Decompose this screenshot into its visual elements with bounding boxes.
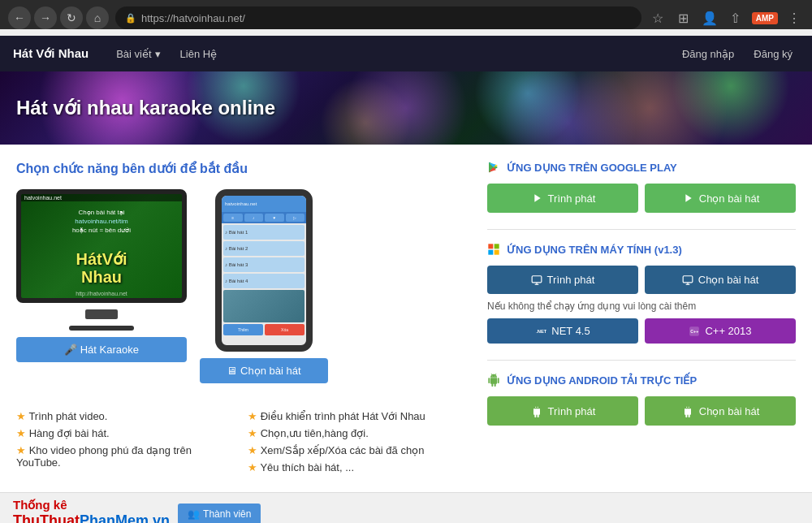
- profile-icon[interactable]: 👤: [700, 8, 719, 28]
- monitor-icon: [531, 274, 542, 286]
- nav-bai-viet[interactable]: Bài viết ▾: [108, 43, 168, 65]
- phone-row-3: ♪ Bài hát 3: [223, 257, 304, 272]
- lien-he-label: Liên Hệ: [180, 48, 218, 60]
- phan-text: Phan: [80, 512, 115, 523]
- play-btn-icon: [530, 192, 543, 205]
- windows-title-row: ỨNG DỤNG TRÊN MÁY TÍNH (v1.3): [487, 243, 796, 256]
- phone-screen: hatvoinhau.net ≡ ♪ ♥ ▷ ♪ Bài hát 1 ♪ Bài: [215, 189, 313, 352]
- tv-title-line2: Nhau: [21, 268, 182, 286]
- google-play-buttons: Trình phát Chọn bài hát: [487, 184, 796, 213]
- cpp-install-button[interactable]: C++ C++ 2013: [645, 318, 796, 344]
- tv-base: [69, 326, 134, 331]
- mem-text: Mem: [115, 512, 149, 523]
- feature-right-4: Yêu thích bài hát, ...: [248, 459, 463, 476]
- phone-nav-3: ♥: [265, 214, 284, 222]
- amp-badge: AMP: [752, 12, 778, 24]
- svg-point-14: [537, 407, 538, 408]
- thu-text: Thu: [13, 512, 40, 523]
- phone-row-4: ♪ Bài hát 4: [223, 274, 304, 288]
- brand-watermark: Thống kê ThuThuatPhanMem.vn: [13, 498, 170, 523]
- phone-top-bar: hatvoinhau.net: [222, 196, 306, 212]
- login-button[interactable]: Đăng nhập: [676, 45, 741, 63]
- phone-nav-1: ≡: [223, 214, 243, 222]
- refresh-button[interactable]: ↻: [60, 6, 83, 29]
- nav-lien-he[interactable]: Liên Hệ: [172, 43, 226, 65]
- google-play-trinh-phat-button[interactable]: Trình phát: [487, 184, 638, 213]
- android-label: ỨNG DỤNG ANDROID TẢI TRỰC TIẾP: [507, 374, 697, 387]
- site-nav-links: Bài viết ▾ Liên Hệ: [108, 43, 676, 65]
- forward-button[interactable]: →: [34, 6, 57, 29]
- phone-content: ♪ Bài hát 1 ♪ Bài hát 2 ♪ Bài hát 3 ♪ Bà…: [222, 223, 306, 339]
- tv-title-overlay: HátVới Nhau: [21, 250, 182, 286]
- thuat-text: Thuat: [40, 512, 80, 523]
- divider-1: [487, 229, 796, 230]
- feature-right-1: Điều khiển trình phát Hát Với Nhau: [248, 408, 463, 425]
- svg-rect-2: [488, 250, 493, 255]
- google-play-chon-bai-button[interactable]: Chọn bài hát: [645, 184, 796, 213]
- feature-left-3: Kho video phong phú đa dạng trên YouTube…: [16, 442, 231, 471]
- chon-bai-hat-phone-button[interactable]: 🖥 Chọn bài hát: [200, 358, 328, 383]
- share-icon[interactable]: ⇧: [726, 8, 745, 28]
- home-button[interactable]: ⌂: [86, 6, 109, 29]
- site-nav-right: Đăng nhập Đăng ký: [676, 45, 799, 63]
- tv-text1: Chọn bài hát tại: [24, 209, 179, 216]
- features-list-right: Điều khiển trình phát Hát Với Nhau Chọn,…: [248, 408, 463, 476]
- features-col-right: Điều khiển trình phát Hát Với Nhau Chọn,…: [248, 400, 463, 476]
- divider-2: [487, 360, 796, 361]
- android-section: ỨNG DỤNG ANDROID TẢI TRỰC TIẾP Trình phá…: [487, 374, 796, 426]
- hat-karaoke-button[interactable]: 🎤 Hát Karaoke: [16, 337, 187, 362]
- menu-icon[interactable]: ⋮: [784, 8, 804, 28]
- tv-stand: [85, 309, 118, 319]
- thanh-vien-button[interactable]: 👥 Thành viên: [178, 504, 261, 523]
- main-content: Chọn chức năng bên dưới để bắt đầu hatvo…: [0, 145, 812, 492]
- phone-btn-2: Xóa: [265, 324, 304, 335]
- svg-rect-4: [532, 275, 542, 282]
- android-title-row: ỨNG DỤNG ANDROID TẢI TRỰC TIẾP: [487, 374, 796, 387]
- bookmark-icon[interactable]: ☆: [648, 8, 667, 28]
- phone-item-3: ♪ Bài hát 3: [223, 257, 304, 272]
- nav-buttons: ← → ↻ ⌂: [8, 6, 109, 29]
- svg-text:.NET: .NET: [536, 329, 546, 334]
- left-section: Chọn chức năng bên dưới để bắt đầu hatvo…: [16, 161, 463, 476]
- windows-buttons: Trình phát Chọn bài hát: [487, 266, 796, 294]
- android-buttons: Trình phát Chọn bài hát: [487, 396, 796, 426]
- windows-chon-bai-button[interactable]: Chọn bài hát: [645, 266, 796, 294]
- android-btn-icon-1: [530, 404, 543, 417]
- user-group-icon: 👥: [188, 508, 200, 520]
- windows-trinh-phat-button[interactable]: Trình phát: [487, 266, 638, 294]
- android-trinh-phat-button[interactable]: Trình phát: [487, 396, 638, 426]
- address-bar[interactable]: 🔒 https://hatvoinhau.net/: [115, 6, 641, 29]
- android-chon-bai-button[interactable]: Chọn bài hát: [645, 396, 796, 426]
- extensions-icon[interactable]: ⊞: [674, 8, 693, 28]
- phone-item-2: ♪ Bài hát 2: [223, 241, 304, 256]
- phone-thumbnail: [223, 290, 304, 322]
- net-install-button[interactable]: .NET NET 4.5: [487, 318, 638, 344]
- svg-rect-3: [495, 250, 499, 255]
- windows-icon: [487, 243, 500, 256]
- google-play-title-row: ỨNG DỤNG TRÊN GOOGLE PLAY: [487, 161, 796, 174]
- site-nav: Hát Với Nhau Bài viết ▾ Liên Hệ Đăng nhậ…: [0, 36, 812, 71]
- site-brand[interactable]: Hát Với Nhau: [13, 46, 89, 61]
- tv-title-line1: HátVới: [21, 250, 182, 268]
- tv-screen: hatvoinhau.net Chọn bài hát tại hatvoinh…: [16, 189, 187, 303]
- tv-top-url: hatvoinhau.net: [21, 194, 182, 201]
- back-button[interactable]: ←: [8, 6, 31, 29]
- url-text: https://hatvoinhau.net/: [141, 12, 245, 24]
- tv-container: hatvoinhau.net Chọn bài hát tại hatvoinh…: [16, 189, 187, 383]
- svg-point-16: [688, 407, 689, 408]
- phone-nav-2: ♪: [244, 214, 264, 222]
- hero-title: Hát với nhau karaoke online: [16, 97, 275, 119]
- register-button[interactable]: Đăng ký: [747, 45, 799, 63]
- net-icon: .NET: [535, 326, 546, 337]
- feature-right-3: Xem/Sắp xếp/Xóa các bài đã chọn: [248, 442, 463, 459]
- phone-nav-bar: ≡ ♪ ♥ ▷: [222, 212, 306, 223]
- android-icon: [487, 374, 500, 387]
- phone-btn-1: Thêm: [223, 324, 263, 335]
- phone-nav-4: ▷: [286, 214, 305, 222]
- svg-rect-1: [495, 244, 499, 249]
- features-list-left: Trình phát video. Hàng đợi bài hát. Kho …: [16, 408, 231, 471]
- google-play-icon: [487, 161, 500, 174]
- tv-text2: hatvoinhau.net/tim: [24, 218, 179, 225]
- left-section-title: Chọn chức năng bên dưới để bắt đầu: [16, 161, 463, 176]
- thong-ke-label: Thống kê: [13, 498, 170, 512]
